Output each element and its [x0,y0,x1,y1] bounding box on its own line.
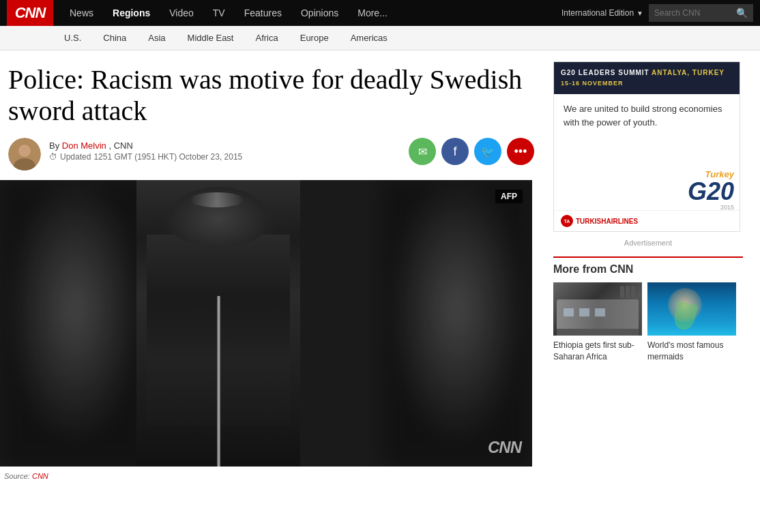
sidebar: G20 LEADERS SUMMIT ANTALYA, TURKEY 15-16… [542,50,751,487]
timestamp: 1251 GMT (1951 HKT) October 23, 2015 [93,152,242,162]
thumb-title-2: World's most famous mermaids [647,340,736,363]
sub-nav-item-middle-east[interactable]: Middle East [177,26,245,50]
twitter-share-button[interactable]: 🐦 [474,138,501,165]
afp-badge: AFP [495,190,523,203]
turkish-airlines: TA TURKISHAIRLINES [561,215,638,227]
right-blur-figure [382,180,532,467]
cnn-watermark: CNN [488,438,521,457]
article-headline: Police: Racism was motive for deadly Swe… [0,50,542,138]
ad-label: Advertisement [553,236,743,254]
ad-body-text: We are united to build strong economies … [564,104,722,128]
ad-body: We are united to build strong economies … [554,94,740,131]
thumb-img-2 [647,282,736,336]
clock-icon: ⏱ [49,152,57,162]
ad-header: G20 LEADERS SUMMIT ANTALYA, TURKEY 15-16… [554,62,740,94]
nav-item-regions[interactable]: Regions [103,0,160,26]
cnn-logo[interactable]: CNN [7,0,53,26]
airline-name: TURKISHAIRLINES [576,218,638,225]
by-label: By [49,141,62,151]
byline-time: ⏱ Updated 1251 GMT (1951 HKT) October 23… [49,152,242,162]
ad-box: G20 LEADERS SUMMIT ANTALYA, TURKEY 15-16… [553,61,740,232]
author-link[interactable]: Don Melvin [62,141,106,151]
ad-footer: TA TURKISHAIRLINES [554,210,740,231]
author-source: , CNN [108,141,132,151]
ta-logo: TA [561,215,573,227]
sub-nav-item-us[interactable]: U.S. [53,26,92,50]
byline-author: By Don Melvin , CNN [49,141,242,151]
more-articles: Ethiopia gets first sub-Saharan Africa W… [553,282,743,363]
email-share-button[interactable]: ✉ [409,138,436,165]
top-nav: CNN News Regions Video TV Features Opini… [0,0,760,26]
sword [217,296,220,467]
search-icon[interactable]: 🔍 [736,8,748,18]
nav-item-news[interactable]: News [60,0,103,26]
source-label: Source: [4,472,30,480]
main-layout: Police: Racism was motive for deadly Swe… [0,50,760,487]
article-thumb-2[interactable]: World's most famous mermaids [647,282,736,363]
nav-right: International Edition ▼ 🔍 [561,4,753,22]
image-source: Source: CNN [0,472,542,480]
ad-dates: 15-16 NOVEMBER [561,80,624,87]
sub-nav-item-asia[interactable]: Asia [137,26,176,50]
nav-item-more[interactable]: More... [348,0,397,26]
sub-nav: U.S. China Asia Middle East Africa Europ… [0,26,760,50]
byline-area: By Don Melvin , CNN ⏱ Updated 1251 GMT (… [8,138,242,171]
ad-g20-label: G20 [688,179,734,204]
source-link[interactable]: CNN [32,472,48,480]
left-blur-figure [0,180,150,467]
article-area: Police: Racism was motive for deadly Swe… [0,50,542,487]
nav-items: News Regions Video TV Features Opinions … [60,0,561,26]
more-from-title: More from CNN [553,256,743,282]
nav-item-video[interactable]: Video [160,0,203,26]
search-box: 🔍 [649,4,753,22]
sub-nav-item-europe[interactable]: Europe [289,26,340,50]
sub-nav-item-china[interactable]: China [92,26,137,50]
nav-item-opinions[interactable]: Opinions [291,0,348,26]
search-input[interactable] [654,8,736,18]
dropdown-icon: ▼ [637,10,643,17]
sub-nav-item-americas[interactable]: Americas [340,26,398,50]
ad-header-line1: G20 LEADERS SUMMIT [561,69,649,76]
social-share: ✉ f 🐦 ••• [409,138,534,165]
author-avatar [8,138,41,171]
thumb-img-1 [553,282,642,336]
nav-item-tv[interactable]: TV [203,0,235,26]
avatar-svg [8,138,41,171]
intl-edition-text: International Edition [561,8,634,18]
helmet-shine [190,192,244,207]
more-share-button[interactable]: ••• [507,138,534,165]
svg-point-1 [18,145,31,157]
ad-visual: Turkey G20 2015 [688,169,734,211]
article-thumb-1[interactable]: Ethiopia gets first sub-Saharan Africa [553,282,642,363]
updated-label: Updated [60,152,91,162]
sub-nav-item-africa[interactable]: Africa [244,26,289,50]
ad-antalya-text: ANTALYA, TURKEY [652,69,725,76]
byline-text: By Don Melvin , CNN ⏱ Updated 1251 GMT (… [49,138,242,162]
nav-item-features[interactable]: Features [235,0,291,26]
more-from-cnn: More from CNN [553,256,743,363]
thumb-title-1: Ethiopia gets first sub-Saharan Africa [553,340,642,363]
facebook-share-button[interactable]: f [441,138,469,165]
international-edition[interactable]: International Edition ▼ [561,8,643,18]
byline-social-row: By Don Melvin , CNN ⏱ Updated 1251 GMT (… [0,138,542,180]
cnn-logo-text: CNN [15,4,46,22]
article-image-container: AFP CNN [0,180,532,467]
